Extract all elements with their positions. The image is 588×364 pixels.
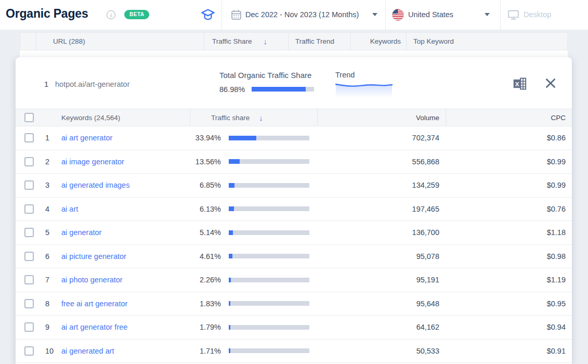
share-bar — [229, 254, 309, 258]
traffic-share-cell: 33.94% — [190, 134, 317, 142]
navbar-divider — [385, 0, 386, 30]
select-all-checkbox[interactable] — [24, 113, 34, 122]
keyword-row: 1 ai art generator 33.94% 702,374 $0.86 — [16, 126, 572, 150]
total-share-bar-fill — [252, 87, 306, 92]
row-check-cell — [16, 150, 43, 174]
device-selector: Desktop — [524, 10, 551, 19]
keyword-link[interactable]: free ai art generator — [61, 300, 127, 308]
export-excel-icon[interactable]: X — [513, 76, 527, 91]
outer-header-empty-cell — [20, 33, 36, 50]
row-checkbox[interactable] — [24, 157, 34, 166]
col-keywords[interactable]: Keywords (24,564) — [60, 109, 190, 126]
traffic-share-cell: 4.61% — [190, 252, 317, 261]
row-checkbox[interactable] — [24, 228, 34, 237]
traffic-share-value: 1.71% — [190, 347, 221, 355]
keyword-link[interactable]: ai image generator — [61, 158, 124, 166]
keyword-link[interactable]: ai generated images — [61, 181, 129, 189]
cpc-value: $1.19 — [446, 276, 572, 284]
row-checkbox[interactable] — [24, 322, 34, 332]
row-checkbox[interactable] — [24, 299, 34, 308]
col-volume[interactable]: Volume — [317, 109, 446, 126]
cpc-value: $0.98 — [446, 252, 572, 261]
share-bar — [229, 159, 309, 164]
outer-col-url[interactable]: URL (288) — [36, 33, 204, 50]
page-title: Organic Pages — [6, 7, 88, 21]
volume-value: 95,191 — [317, 276, 446, 284]
select-all-cell — [16, 109, 43, 126]
volume-value: 50,533 — [317, 347, 446, 355]
share-bar-fill — [229, 301, 230, 306]
url-rank: 1 — [44, 80, 48, 88]
row-checkbox[interactable] — [24, 346, 34, 356]
keyword-rank: 7 — [43, 276, 60, 284]
keyword-link[interactable]: ai generator — [61, 228, 101, 237]
col-cpc[interactable]: CPC — [446, 109, 572, 126]
traffic-share-value: 5.14% — [190, 228, 221, 237]
keyword-rank: 1 — [43, 134, 60, 142]
outer-table-row-partial — [20, 50, 568, 58]
info-icon[interactable]: i — [107, 10, 115, 19]
us-flag-icon — [392, 9, 404, 23]
share-bar — [229, 206, 309, 211]
row-checkbox[interactable] — [24, 252, 34, 261]
trend-label: Trend — [335, 71, 355, 79]
keyword-rank: 10 — [43, 347, 60, 355]
row-check-cell — [16, 174, 43, 197]
row-checkbox[interactable] — [24, 133, 34, 142]
calendar-icon — [231, 9, 242, 22]
col-traffic-share[interactable]: Traffic share ↓ — [190, 109, 317, 126]
share-bar — [229, 278, 309, 282]
keyword-table: Keywords (24,564) Traffic share ↓ Volume… — [16, 109, 572, 363]
row-check-cell — [16, 292, 43, 316]
sort-desc-icon[interactable]: ↓ — [259, 113, 263, 122]
outer-col-top-keyword[interactable]: Top Keyword — [406, 33, 567, 50]
keyword-rank: 6 — [43, 252, 60, 261]
volume-value: 136,700 — [317, 228, 446, 237]
keyword-link[interactable]: ai art generator free — [61, 323, 127, 331]
keyword-row: 7 ai photo generator 2.26% 95,191 $1.19 — [16, 268, 572, 292]
traffic-share-value: 4.61% — [190, 252, 221, 261]
share-bar-fill — [229, 278, 231, 282]
volume-value: 64,162 — [317, 323, 446, 331]
traffic-share-cell: 6.85% — [190, 181, 317, 189]
cpc-value: $0.94 — [446, 323, 572, 331]
country-caret-icon[interactable] — [485, 13, 490, 16]
row-check-cell — [16, 340, 43, 363]
top-navbar: Organic Pages i BETA Dec 2022 - Nov 2023… — [0, 0, 588, 30]
traffic-share-cell: 1.71% — [190, 347, 317, 355]
traffic-share-cell: 2.26% — [190, 276, 317, 284]
outer-col-keywords[interactable]: Keywords — [350, 33, 406, 50]
traffic-share-cell: 1.79% — [190, 323, 317, 331]
share-bar — [229, 230, 309, 235]
date-range-selector[interactable]: Dec 2022 - Nov 2023 (12 Months) — [245, 10, 359, 19]
date-caret-icon[interactable] — [372, 13, 377, 16]
row-check-cell — [16, 198, 43, 221]
country-selector[interactable]: United States — [408, 10, 453, 19]
share-bar-fill — [229, 230, 233, 235]
cpc-value: $0.95 — [446, 300, 572, 308]
share-bar-fill — [229, 136, 256, 140]
keyword-link[interactable]: ai picture generator — [61, 252, 126, 261]
traffic-share-value: 1.83% — [190, 300, 221, 308]
volume-value: 95,648 — [317, 300, 446, 308]
sort-desc-icon[interactable]: ↓ — [264, 37, 268, 46]
navbar-divider — [221, 0, 222, 30]
row-check-cell — [16, 268, 43, 292]
close-icon[interactable] — [544, 76, 557, 90]
traffic-share-value: 2.26% — [190, 276, 221, 284]
desktop-icon — [507, 9, 519, 22]
row-checkbox[interactable] — [24, 180, 34, 190]
keyword-link[interactable]: ai art generator — [61, 134, 112, 142]
keyword-link[interactable]: ai photo generator — [61, 276, 123, 284]
graduation-cap-icon[interactable] — [201, 8, 215, 24]
keyword-rank: 3 — [43, 181, 60, 189]
outer-col-traffic-trend[interactable]: Traffic Trend — [288, 33, 350, 50]
keyword-rank: 8 — [43, 300, 60, 308]
row-checkbox[interactable] — [24, 204, 34, 214]
outer-col-traffic-share[interactable]: Traffic Share ↓ — [204, 33, 288, 50]
row-checkbox[interactable] — [24, 275, 34, 284]
keyword-link[interactable]: ai generated art — [61, 347, 114, 355]
organic-pages-table-header: URL (288) Traffic Share ↓ Traffic Trend … — [20, 32, 568, 50]
volume-value: 197,465 — [317, 205, 446, 213]
keyword-link[interactable]: ai art — [61, 205, 78, 213]
